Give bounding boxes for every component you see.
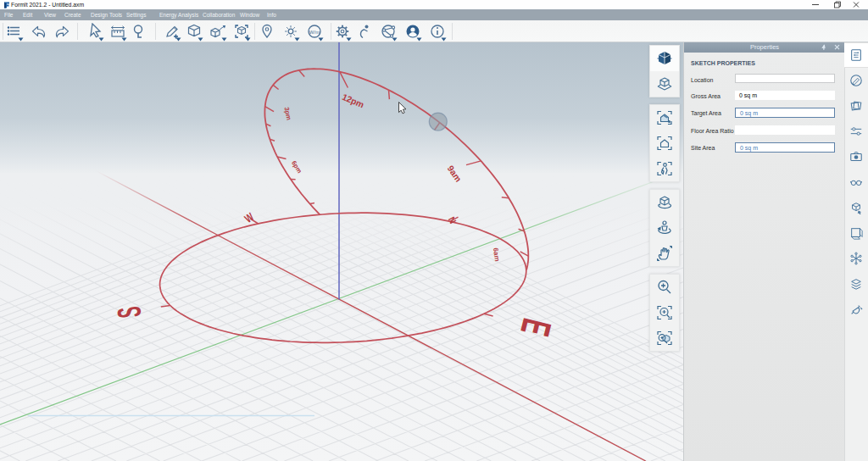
svg-text:W/m: W/m — [309, 30, 320, 35]
